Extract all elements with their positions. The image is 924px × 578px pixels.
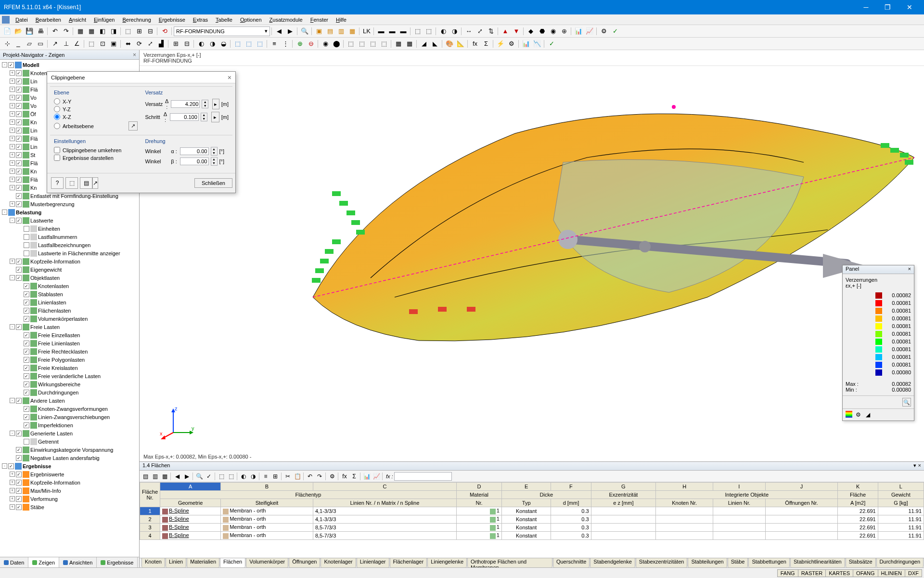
arrow3-icon[interactable]: ⇅ — [486, 26, 496, 37]
bottom-tab[interactable]: Flächen — [220, 558, 245, 567]
res1-icon[interactable]: 📊 — [521, 39, 531, 49]
tree-node[interactable]: ✓Freie Rechtecklasten — [0, 347, 139, 355]
status-dxf[interactable]: DXF — [905, 569, 922, 577]
add1-icon[interactable]: ⊕ — [295, 39, 305, 49]
tree-node[interactable]: -✓Generierte Lasten — [0, 429, 139, 437]
bottom-tab[interactable]: Linienlager — [357, 558, 389, 567]
shade3-icon[interactable]: ◒ — [218, 39, 229, 49]
sel3-icon[interactable]: ▣ — [108, 39, 119, 49]
view1-icon[interactable]: ▣ — [314, 26, 324, 37]
grid-icon[interactable]: ▦ — [75, 26, 86, 37]
bottom-tab[interactable]: Orthotrope Flächen und Membranen — [467, 558, 552, 567]
tree-node[interactable]: ✓Freie Kreislasten — [0, 364, 139, 372]
table-tool[interactable]: ▶ — [182, 472, 192, 481]
data-grid[interactable]: FlächeNr.ABCDEFGHIJKLFlächentypMaterialD… — [140, 482, 924, 558]
solid-icon[interactable]: ▭ — [35, 39, 46, 49]
bottom-tab[interactable]: Linien — [166, 558, 186, 567]
bottom-tab[interactable]: Knoten — [141, 558, 165, 567]
minimize-button[interactable]: ─ — [855, 0, 877, 14]
bottom-tab[interactable]: Durchdringungen — [876, 558, 924, 567]
versatz-step-button[interactable]: ▸ — [212, 99, 219, 109]
menu-optionen[interactable]: Optionen — [236, 16, 266, 24]
winkel-a-spinner[interactable]: ▲▼ — [211, 147, 218, 156]
schritt-step-button[interactable]: ▸ — [211, 112, 219, 122]
angle-icon[interactable]: ∠ — [72, 39, 82, 49]
dialog-icon-button-1[interactable]: ⬚ — [65, 177, 78, 189]
diamond-icon[interactable]: ◆ — [526, 26, 536, 37]
dialog-close-icon[interactable]: × — [228, 74, 231, 81]
tree-node[interactable]: Lastwerte in Flächenmitte anzeiger — [0, 249, 139, 257]
tree-node[interactable]: ✓Freie Polygonlasten — [0, 355, 139, 364]
table-tool[interactable]: ◐ — [239, 472, 248, 481]
table-tool[interactable]: fx — [340, 472, 349, 481]
grid2-icon[interactable]: ▦ — [86, 26, 97, 37]
perp-icon[interactable]: ⊥ — [61, 39, 71, 49]
refresh-icon[interactable]: ⟲ — [159, 26, 170, 37]
b4-icon[interactable]: ⬚ — [379, 39, 389, 49]
versatz-spinner[interactable]: ▲▼ — [202, 100, 208, 108]
tree-node[interactable]: +✓Kopfzeile-Information — [0, 257, 139, 265]
tree-node[interactable]: Lastfallnummern — [0, 233, 139, 241]
rect-icon[interactable]: ⬚ — [412, 26, 423, 37]
bottom-tab[interactable]: Querschnitte — [553, 558, 590, 567]
table-tool[interactable]: ↷ — [315, 472, 324, 481]
tree-node[interactable]: ✓Volumenkörperlasten — [0, 315, 139, 323]
tree-node[interactable]: +✓Verformung — [0, 495, 139, 503]
bottom-tab[interactable]: Stäbe — [728, 558, 748, 567]
panel-zoom-button[interactable]: 🔍 — [902, 398, 911, 407]
table-row[interactable]: 2B-SplineMembran - orth4,1-3/3/31Konstan… — [140, 515, 924, 524]
bottom-tab[interactable]: Stabbettungen — [748, 558, 790, 567]
axis-icon[interactable]: ↗ — [50, 39, 60, 49]
tree-node[interactable]: ✓Eigengewicht — [0, 265, 139, 274]
t2-icon[interactable]: ◣ — [430, 39, 440, 49]
tree-node[interactable]: Lastfallbezeichnungen — [0, 241, 139, 249]
sum-icon[interactable]: Σ — [481, 39, 491, 49]
versatz-input[interactable] — [171, 100, 200, 108]
panel-icon-2[interactable]: ⚙ — [854, 411, 862, 419]
tree-node[interactable]: ✓Negative Lasten andersfarbig — [0, 454, 139, 462]
winkel-a-input[interactable] — [180, 147, 209, 155]
table-dropdown-icon[interactable]: ▾ — [913, 462, 916, 470]
menu-tabelle[interactable]: Tabelle — [212, 16, 236, 24]
bottom-tab[interactable]: Materialien — [187, 558, 219, 567]
nav-tab-zeigen[interactable]: Zeigen — [28, 557, 59, 567]
arbeitsebene-pick-button[interactable]: ↗ — [128, 121, 138, 131]
shade2-icon[interactable]: ◑ — [207, 39, 218, 49]
tree-node[interactable]: -✓Lastwerte — [0, 216, 139, 224]
menu-bearbeiten[interactable]: Bearbeiten — [32, 16, 65, 24]
panel-icon[interactable]: ◧ — [97, 26, 108, 37]
line-icon[interactable]: ⎯ — [13, 39, 24, 49]
t1-icon[interactable]: ◢ — [419, 39, 429, 49]
pt2-icon[interactable]: ⬤ — [331, 39, 342, 49]
plus-icon[interactable]: ⊕ — [559, 26, 569, 37]
tree-node[interactable]: -✓Freie Lasten — [0, 323, 139, 331]
bottom-tab[interactable]: Liniengelenke — [427, 558, 467, 567]
panel-icon-3[interactable]: ◢ — [864, 411, 872, 419]
rotate-icon[interactable]: ⟳ — [134, 39, 144, 49]
box2-icon[interactable]: ⬚ — [244, 39, 254, 49]
tree-node[interactable]: ✓Durchdringungen — [0, 388, 139, 396]
rect2-icon[interactable]: ⬚ — [424, 26, 434, 37]
tree-node[interactable]: ✓Stablasten — [0, 290, 139, 298]
dialog-close-button[interactable]: Schließen — [194, 178, 232, 188]
dialog-help-button[interactable]: ? — [51, 177, 64, 189]
chk-umkehren[interactable]: Clippingebene umkehren — [54, 147, 138, 153]
panel-title-bar[interactable]: Panel × — [843, 265, 914, 274]
nav-tab-ergebnisse[interactable]: Ergebnisse — [97, 557, 138, 567]
table-tool[interactable]: 📊 — [362, 472, 372, 481]
schritt-input[interactable] — [170, 113, 199, 121]
table-tool[interactable]: ◑ — [248, 472, 258, 481]
menu-extras[interactable]: Extras — [189, 16, 212, 24]
tree-node[interactable]: Einheiten — [0, 224, 139, 233]
table-tool[interactable]: ▥ — [150, 472, 160, 481]
table-tool[interactable]: ✓ — [204, 472, 214, 481]
model-canvas[interactable]: z x y Max Eps-x,+: 0.00082, Min Eps-x,+:… — [140, 66, 924, 461]
status-kartes[interactable]: KARTES — [825, 569, 853, 577]
tri-icon[interactable]: ▲ — [500, 26, 511, 37]
panel2-icon[interactable]: ◨ — [108, 26, 119, 37]
g1-icon[interactable]: ▦ — [393, 39, 404, 49]
tree-node[interactable]: ✓Freie veränderliche Lasten — [0, 372, 139, 380]
table-tool[interactable]: ↶ — [305, 472, 315, 481]
nav-tab-ansichten[interactable]: Ansichten — [59, 557, 97, 567]
bar3-icon[interactable]: ▬ — [398, 26, 409, 37]
